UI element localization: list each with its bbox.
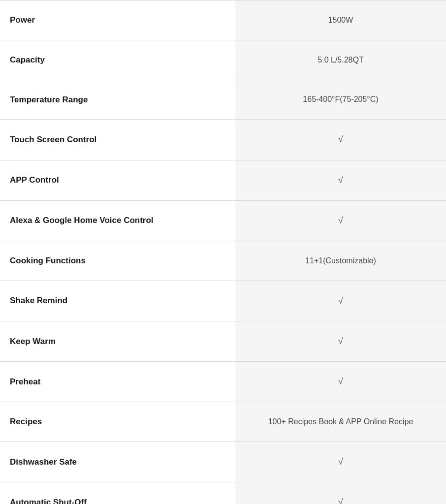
spec-value: √: [235, 281, 446, 321]
table-row: Touch Screen Control√: [0, 120, 446, 160]
check-icon: √: [338, 216, 343, 225]
spec-value: 100+ Recipes Book & APP Online Recipe: [235, 402, 446, 442]
table-row: Cooking Functions11+1(Customizable): [0, 241, 446, 281]
table-row: Shake Remind√: [0, 281, 446, 321]
table-row: Dishwasher Safe√: [0, 442, 446, 482]
table-row: APP Control√: [0, 160, 446, 200]
table-row: Alexa & Google Home Voice Control√: [0, 200, 446, 241]
check-icon: √: [338, 377, 343, 386]
check-icon: √: [338, 175, 343, 185]
spec-label: Temperature Range: [0, 80, 235, 120]
table-row: Capacity5.0 L/5.28QT: [0, 40, 446, 80]
spec-label: Alexa & Google Home Voice Control: [0, 200, 235, 241]
check-icon: √: [338, 134, 343, 144]
table-row: Keep Warm√: [0, 321, 446, 361]
spec-value: √: [235, 120, 446, 160]
spec-label: Shake Remind: [0, 281, 235, 321]
spec-value: √: [235, 442, 446, 482]
spec-label: Automatic Shut-Off: [0, 482, 235, 504]
spec-label: Touch Screen Control: [0, 120, 235, 160]
spec-label: Dishwasher Safe: [0, 442, 235, 482]
spec-label: Capacity: [0, 40, 235, 80]
spec-value: √: [235, 321, 446, 361]
spec-label: Keep Warm: [0, 321, 235, 361]
spec-value: √: [235, 362, 446, 402]
table-row: Automatic Shut-Off√: [0, 482, 446, 504]
check-icon: √: [338, 497, 343, 504]
spec-value: 11+1(Customizable): [235, 241, 446, 281]
spec-label: Power: [0, 0, 235, 40]
check-icon: √: [338, 296, 343, 306]
spec-value: √: [235, 482, 446, 504]
spec-label: APP Control: [0, 160, 235, 200]
spec-label: Cooking Functions: [0, 241, 235, 281]
spec-table: Power1500WCapacity5.0 L/5.28QTTemperatur…: [0, 0, 446, 504]
check-icon: √: [338, 336, 343, 346]
spec-value: 1500W: [235, 0, 446, 40]
table-row: Power1500W: [0, 0, 446, 40]
spec-label: Preheat: [0, 362, 235, 402]
table-row: Temperature Range165-400°F(75-205°C): [0, 80, 446, 120]
spec-value: √: [235, 200, 446, 241]
spec-value: 5.0 L/5.28QT: [235, 40, 446, 80]
spec-value: 165-400°F(75-205°C): [235, 80, 446, 120]
check-icon: √: [338, 457, 343, 467]
spec-label: Recipes: [0, 402, 235, 442]
spec-value: √: [235, 160, 446, 200]
table-row: Recipes100+ Recipes Book & APP Online Re…: [0, 402, 446, 442]
table-row: Preheat√: [0, 362, 446, 402]
